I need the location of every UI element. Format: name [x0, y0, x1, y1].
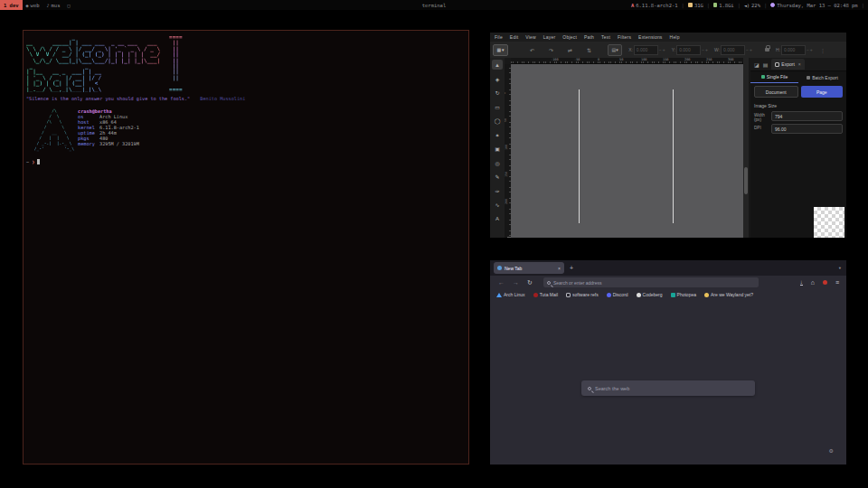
page-right-edge — [673, 89, 674, 223]
focused-window-title: terminal — [0, 3, 868, 8]
bookmark-photopea[interactable]: Photopea — [671, 292, 696, 297]
batch-export-tab[interactable]: Batch Export — [798, 71, 846, 83]
selection-mode-button[interactable]: ▦▾ — [493, 44, 508, 56]
bookmark-are-we-wayland-yet[interactable]: Are we Wayland yet? — [704, 292, 753, 297]
search-placeholder: Search the web — [595, 386, 629, 391]
single-file-tab[interactable]: Single File — [750, 71, 798, 83]
new-tab-button[interactable]: + — [570, 265, 573, 271]
width-label: Width (px) — [754, 111, 769, 122]
shell-prompt[interactable]: ~ ❯ — [26, 159, 466, 164]
tool-star[interactable]: ✶ — [492, 130, 503, 140]
flip-horizontal-icon[interactable]: ⇄ — [568, 47, 572, 53]
tool-ellipse[interactable]: ◯ — [492, 116, 503, 126]
status-bar: 1 dev ◉web ♪mus □ terminal A6.11.8-arch2… — [0, 0, 868, 10]
ruler-horizontal: -100 -50 0 50 100 150 200 250 300 — [511, 58, 743, 64]
width-field: Width (px) 794 — [750, 110, 846, 123]
flip-vertical-icon[interactable]: ⇅ — [587, 47, 591, 53]
inkscape-tool-controls: ▦▾ ↶ ↷ ⇄ ⇅ ▤▾ X:0.000−+ Y:0.000−+ W:0.00… — [490, 42, 846, 58]
ascii-art-welcome-back: _ __ _____| | ___ ___ _ __ ___ ___ \ \ /… — [26, 34, 160, 92]
home-icon[interactable]: ⌂ — [811, 279, 815, 286]
quote-text: "Silence is the only answer you should g… — [26, 96, 190, 101]
inkscape-menubar: File Edit View Layer Object Path Text Fi… — [490, 33, 846, 42]
terminal-window[interactable]: _ __ _____| | ___ ___ _ __ ___ ___ \ \ /… — [23, 30, 469, 465]
url-bar[interactable]: Search or enter address — [543, 277, 759, 287]
document-button[interactable]: Document — [754, 86, 798, 98]
firefox-window[interactable]: New Tab × + ▾ ← → ↻ Search or enter addr… — [490, 260, 846, 465]
browser-navbar: ← → ↻ Search or enter address ↓ ⌂ ≡ — [490, 276, 846, 289]
prompt-symbol: ❯ — [32, 159, 34, 164]
reload-button[interactable]: ↻ — [527, 279, 533, 286]
layers-dialog-icon[interactable]: ▤ — [763, 61, 769, 68]
url-placeholder: Search or enter address — [553, 280, 602, 286]
tool-pen[interactable]: ✑ — [492, 186, 503, 196]
list-tabs-icon[interactable]: ▾ — [839, 266, 841, 270]
tuta-favicon — [533, 293, 538, 297]
desktop: 1 dev ◉web ♪mus □ terminal A6.11.8-arch2… — [0, 0, 868, 488]
tool-3dbox[interactable]: ▣ — [492, 144, 503, 154]
menu-text[interactable]: Text — [601, 34, 610, 40]
tool-selector[interactable]: ▲ — [492, 60, 503, 70]
canvas-scrollbar[interactable] — [743, 58, 749, 238]
export-dialog-tab[interactable]: Export × — [771, 59, 804, 70]
menu-view[interactable]: View — [525, 34, 536, 40]
bookmark-codeberg[interactable]: Codeberg — [637, 292, 663, 297]
snap-controls-button[interactable]: ▤▾ — [608, 44, 622, 56]
tool-pencil[interactable]: ✎ — [492, 172, 503, 182]
export-mode-tabs: Single File Batch Export — [750, 71, 846, 83]
menu-layer[interactable]: Layer — [543, 34, 556, 40]
menu-help[interactable]: Help — [670, 34, 680, 40]
fill-stroke-dialog-icon[interactable]: ◪ — [754, 61, 760, 68]
tab-close-icon[interactable]: × — [558, 266, 561, 271]
inkscape-toolbox: ▲ ◈ ↻ ▭ ◯ ✶ ▣ ◎ ✎ ✑ ∿ A — [490, 58, 505, 238]
x-spinbox[interactable]: X:0.000−+ — [628, 45, 665, 55]
menu-filters[interactable]: Filters — [618, 34, 631, 40]
tool-calligraphy[interactable]: ∿ — [492, 200, 503, 210]
codeberg-favicon — [637, 293, 641, 297]
close-dialog-icon[interactable]: × — [798, 61, 801, 67]
rotate-ccw-icon[interactable]: ↶ — [530, 47, 534, 53]
h-spinbox[interactable]: H:0.000−+ — [776, 45, 813, 55]
arch-favicon — [496, 293, 502, 297]
personalize-gear-icon[interactable]: ⚙ — [829, 447, 834, 454]
prompt-path: ~ — [26, 159, 29, 164]
scrollbar-thumb[interactable] — [744, 167, 748, 194]
bookmark-arch-linux[interactable]: Arch Linux — [496, 292, 525, 297]
dialog-tabbar: ◪ ▤ Export × — [750, 58, 846, 71]
back-button[interactable]: ← — [498, 279, 505, 286]
bookmark-tuta-mail[interactable]: Tuta Mail — [533, 292, 558, 297]
menu-file[interactable]: File — [495, 34, 503, 40]
fetch-output: /\ / \ /\ \ / \ / __ \ / | | \ / _-.| |.… — [32, 108, 466, 152]
photopea-favicon — [671, 293, 675, 297]
menu-object[interactable]: Object — [562, 34, 577, 40]
y-spinbox[interactable]: Y:0.000−+ — [672, 45, 708, 55]
tool-rect[interactable]: ▭ — [492, 102, 503, 112]
width-input[interactable]: 794 — [771, 111, 843, 121]
page-left-edge — [579, 89, 580, 223]
forward-button[interactable]: → — [513, 279, 519, 286]
export-icon — [775, 62, 779, 67]
toolbar-overflow-icon[interactable]: ⋮ — [820, 47, 826, 53]
w-spinbox[interactable]: W:0.000−+ — [714, 45, 752, 55]
inkscape-window[interactable]: File Edit View Layer Object Path Text Fi… — [490, 33, 846, 238]
tool-shapebuilder[interactable]: ↻ — [492, 88, 503, 98]
menu-icon[interactable]: ≡ — [835, 279, 839, 286]
bookmark-software-refs-folder[interactable]: software refs — [566, 292, 599, 297]
navbar-icons: ↓ ⌂ ≡ — [800, 279, 846, 286]
bookmark-discord[interactable]: Discord — [607, 292, 628, 297]
dpi-input[interactable]: 96.00 — [771, 124, 843, 134]
menu-extensions[interactable]: Extensions — [638, 34, 662, 40]
extension-icon[interactable] — [823, 280, 827, 285]
menu-path[interactable]: Path — [584, 34, 594, 40]
lock-ratio-icon[interactable] — [765, 48, 769, 52]
web-search-input[interactable]: Search the web — [581, 380, 755, 396]
downloads-icon[interactable]: ↓ — [800, 279, 803, 286]
dpi-label: DPI — [754, 124, 769, 130]
rotate-cw-icon[interactable]: ↷ — [549, 47, 553, 53]
active-tab[interactable]: New Tab × — [494, 262, 564, 274]
page-button[interactable]: Page — [801, 86, 844, 98]
inkscape-canvas[interactable] — [511, 64, 743, 238]
tool-text[interactable]: A — [492, 214, 503, 224]
tool-node[interactable]: ◈ — [492, 74, 503, 84]
tool-spiral[interactable]: ◎ — [492, 158, 503, 168]
menu-edit[interactable]: Edit — [510, 34, 518, 40]
